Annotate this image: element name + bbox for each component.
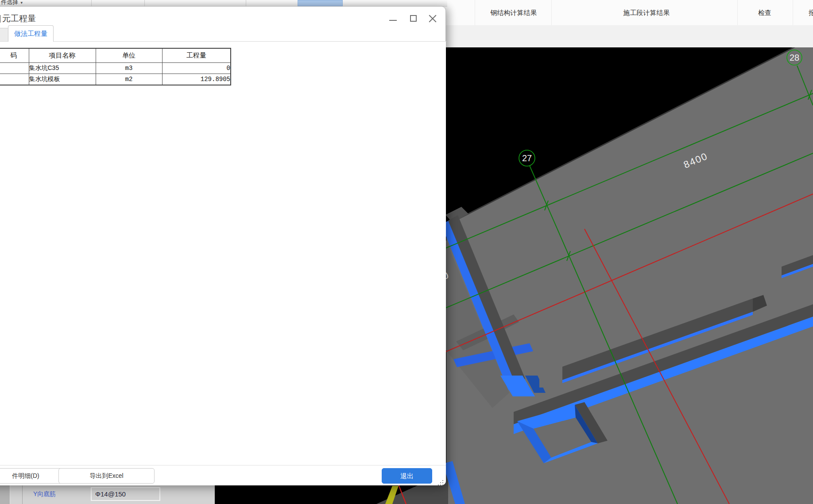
ribbon-item-section-results[interactable]: 施工段计算结果 (611, 0, 682, 25)
cell-name: 集水坑模板 (29, 74, 96, 85)
minimize-button[interactable] (388, 14, 398, 24)
toolbar-separator (91, 0, 92, 6)
tab-method-quantity[interactable]: 做法工程量 (8, 25, 54, 42)
maximize-button[interactable] (409, 14, 419, 24)
pit1-corner-block (539, 376, 563, 388)
ribbon-item-report-clipped[interactable]: 报 (809, 0, 813, 25)
app-screen: 钢结构计算结果 施工段计算结果 检查 报 件选择 ▼ (0, 0, 813, 504)
component-detail-button[interactable]: 件明细(D) (0, 468, 64, 484)
col-header-qty: 工程量 (162, 48, 231, 63)
dialog-button-bar: 件明细(D) 导出到Excel 退出 (0, 465, 446, 485)
chevron-down-icon: ▼ (20, 1, 23, 5)
slab-surface (446, 47, 813, 504)
ribbon-separator (737, 0, 738, 25)
table-row[interactable]: 集水坑模板 m2 129.8905 (0, 74, 231, 85)
rebar-property-panel: Y向底筋 Φ14@150 (0, 485, 215, 504)
ribbon-separator (551, 0, 552, 25)
cell-qty: 129.8905 (162, 74, 231, 85)
toolbar-separator (144, 0, 145, 6)
panel-divider (22, 485, 23, 504)
exit-button[interactable]: 退出 (382, 468, 432, 484)
col-header-name: 项目名称 (29, 48, 96, 63)
rebar-value: Φ14@150 (95, 490, 126, 498)
col-header-unit: 单位 (96, 48, 162, 63)
cell-code (0, 74, 29, 85)
cell-unit: m3 (96, 63, 162, 74)
close-button[interactable] (428, 14, 438, 24)
cell-code (0, 63, 29, 74)
cell-qty: 0 (162, 63, 231, 74)
component-select-dropdown[interactable]: 件选择 ▼ (1, 0, 23, 6)
ribbon-separator (475, 0, 475, 25)
col-header-code: 码 (0, 48, 29, 63)
export-excel-button[interactable]: 导出到Excel (58, 468, 155, 484)
cell-unit: m2 (96, 74, 162, 85)
clipped-glyph (0, 15, 0, 23)
active-toolbar-button[interactable] (298, 0, 343, 6)
ribbon-item-steel-results[interactable]: 钢结构计算结果 (480, 0, 547, 25)
dialog-body: 码 项目名称 单位 工程量 集水坑C35 m3 0 集水坑模板 m2 129.8… (0, 42, 446, 465)
rebar-row-label: Y向底筋 (33, 490, 56, 498)
ribbon-separator (793, 0, 793, 25)
dialog-title: 元工程量 (2, 13, 36, 24)
rebar-value-cell[interactable]: Φ14@150 (91, 487, 160, 501)
tab-partial-left[interactable] (0, 28, 9, 42)
panel-left-strip (0, 485, 10, 504)
toolbar-separator (246, 0, 246, 6)
quantity-table: 码 项目名称 单位 工程量 集水坑C35 m3 0 集水坑模板 m2 129.8… (0, 48, 231, 85)
dialog-tabbar: 做法工程量 (0, 25, 446, 42)
table-header-row: 码 项目名称 单位 工程量 (0, 48, 231, 63)
resize-grip[interactable] (438, 480, 444, 486)
cell-name: 集水坑C35 (29, 63, 96, 74)
top-toolbar-sliver: 件选择 ▼ (0, 0, 447, 7)
axis-bubble-27-label: 27 (522, 153, 532, 163)
quantity-dialog: 元工程量 做法工程量 码 项目名称 单位 工程量 集水坑C35 m3 (0, 6, 446, 485)
axis-bubble-28-label: 28 (790, 53, 799, 62)
ribbon-item-check[interactable]: 检查 (751, 0, 778, 25)
table-row[interactable]: 集水坑C35 m3 0 (0, 63, 231, 74)
